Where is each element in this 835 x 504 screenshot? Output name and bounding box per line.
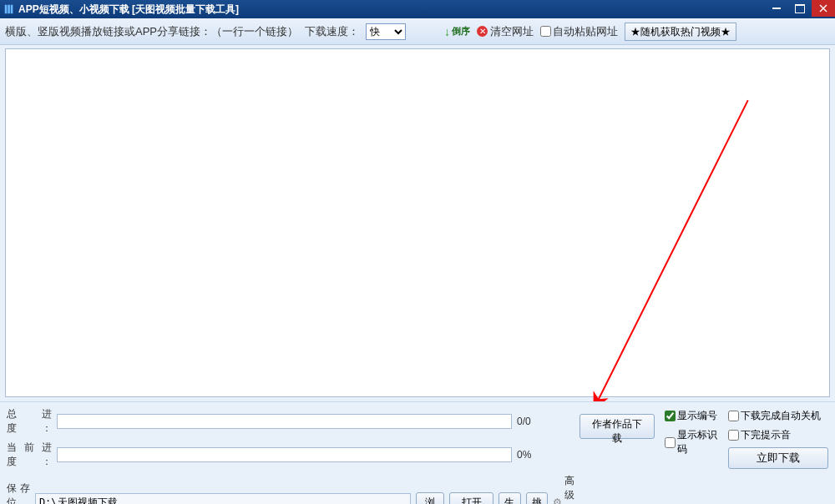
random-videos-button[interactable]: ★随机获取热门视频★ <box>625 23 736 41</box>
clear-urls-link[interactable]: ✕ 清空网址 <box>477 24 534 39</box>
toolbar: 横版、竖版视频播放链接或APP分享链接：（一行一个链接） 下载速度： 快 ↓ 倒… <box>0 18 835 45</box>
browse-button[interactable]: 浏览 <box>416 492 444 504</box>
author-works-download-button[interactable]: 作者作品下载 <box>579 414 655 439</box>
show-id-code-checkbox[interactable]: 显示标识码 <box>665 428 718 456</box>
sound-on-done-checkbox[interactable]: 下完提示音 <box>728 428 828 442</box>
titlebar-title: APP短视频、小视频下载 [天图视频批量下载工具] <box>18 3 765 17</box>
speed-label: 下载速度： <box>305 24 359 39</box>
minimize-button[interactable] <box>765 0 788 17</box>
gear-icon: ⚙ <box>553 496 562 504</box>
window-controls <box>765 0 835 18</box>
close-button[interactable] <box>812 0 835 17</box>
advanced-settings-link[interactable]: ⚙ 高级设置 <box>553 474 579 504</box>
show-number-checkbox[interactable]: 显示编号 <box>665 409 718 423</box>
reverse-order-button[interactable]: ↓ 倒序 <box>444 25 470 38</box>
current-progress-label: 当前进度： <box>7 441 52 469</box>
svg-rect-2 <box>11 5 13 14</box>
total-progress-text: 0/0 <box>517 416 542 427</box>
clear-icon: ✕ <box>477 26 488 37</box>
open-folder-button[interactable]: 打开文件夹 <box>449 492 493 504</box>
current-progress-text: 0% <box>517 449 542 461</box>
instruction-text: 横版、竖版视频播放链接或APP分享链接：（一行一个链接） <box>5 24 298 39</box>
svg-rect-1 <box>8 5 10 14</box>
svg-rect-0 <box>5 5 8 14</box>
generate-button[interactable]: 生成 <box>498 492 520 504</box>
speed-select[interactable]: 快 <box>366 23 406 40</box>
download-now-button[interactable]: 立即下载 <box>728 447 828 469</box>
content-area <box>0 45 835 401</box>
arrow-down-icon: ↓ <box>444 25 450 38</box>
select-button[interactable]: 挑选 <box>526 492 548 504</box>
current-progress-bar <box>57 447 512 462</box>
auto-paste-checkbox[interactable]: 自动粘贴网址 <box>540 24 618 39</box>
save-path-input[interactable] <box>35 493 411 504</box>
titlebar: APP短视频、小视频下载 [天图视频批量下载工具] <box>0 0 835 18</box>
bottom-panel: 总 进 度： 0/0 当前进度： 0% 保存位置： 浏览 打开文件夹 生成 挑选… <box>0 401 835 504</box>
save-path-label: 保存位置： <box>7 481 30 505</box>
auto-shutdown-checkbox[interactable]: 下载完成自动关机 <box>728 409 828 423</box>
url-input-textarea[interactable] <box>5 48 830 397</box>
maximize-button[interactable] <box>788 0 812 17</box>
total-progress-label: 总 进 度： <box>7 407 52 436</box>
total-progress-bar <box>57 414 512 429</box>
app-icon <box>3 3 15 15</box>
